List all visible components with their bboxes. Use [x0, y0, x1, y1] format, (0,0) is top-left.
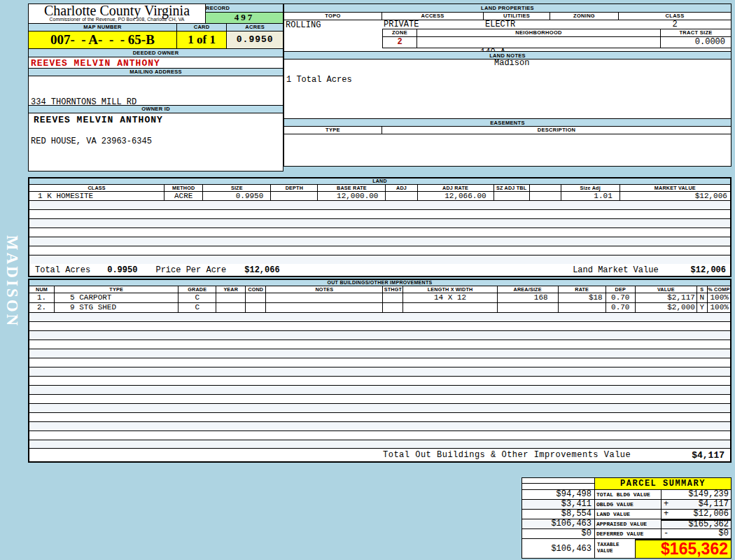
- zone-value: 2: [382, 37, 417, 48]
- col-type: TYPE: [54, 286, 178, 293]
- ob-area: 168: [497, 293, 558, 302]
- ob-sthgt: [382, 303, 402, 312]
- ob-notes: [265, 293, 382, 302]
- taxable-label: TAXABLE VALUE: [595, 539, 636, 558]
- class-value: 2: [619, 20, 731, 29]
- mailing-address-label: MAILING ADDRESS: [29, 68, 283, 76]
- card-label: CARD: [177, 24, 227, 31]
- neighborhood-value: 140 A Madison: [417, 37, 661, 48]
- zone-value-row: 2 140 A Madison 0.0000: [382, 37, 731, 48]
- tract-size-label: TRACT SIZE: [661, 29, 731, 36]
- class-label: CLASS: [619, 13, 731, 20]
- access-utilities-row: PRIVATE ELECTR 2: [382, 20, 731, 29]
- taxable-value: $165,362: [636, 539, 731, 558]
- ob-lxw: [402, 303, 496, 312]
- col-s: S: [696, 286, 707, 293]
- col-lxw: LENGTH X WIDTH: [402, 286, 496, 293]
- land-notes-text: 1 Total Acres: [284, 59, 731, 118]
- easements-title: EASEMENTS: [284, 118, 731, 127]
- topo-value: ROLLING: [284, 20, 382, 48]
- land-table-title: LAND: [29, 178, 730, 185]
- col-class: CLASS: [29, 185, 164, 191]
- col-depth: DEPTH: [270, 185, 317, 191]
- land-class: 1 K HOMESITE: [29, 192, 164, 200]
- parcel-summary-title: PARCEL SUMMARY: [595, 478, 731, 489]
- easements-headers: TYPE DESCRIPTION: [284, 127, 731, 134]
- land-table: LAND CLASS METHOD SIZE DEPTH BASE RATE A…: [28, 177, 732, 277]
- ob-type: 5 CARPORT: [54, 293, 178, 302]
- col-dep: DEP: [606, 286, 635, 293]
- col-blank: [529, 185, 561, 191]
- prior-value: $3,411: [522, 500, 595, 509]
- ob-grade: C: [178, 293, 216, 302]
- prior-value: $8,554: [522, 510, 595, 519]
- record-value: 497: [206, 13, 283, 23]
- summary-row-total-bldg: $94,498 TOTAL BLDG VALUE $149,239: [522, 490, 731, 500]
- ob-rate: $18: [558, 293, 606, 302]
- land-properties-title: LAND PROPERTIES: [284, 4, 731, 13]
- taxable-prior-value: $106,463: [522, 539, 595, 558]
- easement-type-label: TYPE: [284, 127, 382, 134]
- ob-notes: [265, 303, 382, 312]
- land-size: 0.9950: [202, 192, 270, 200]
- card-value: 1 of 1: [177, 31, 227, 48]
- land-size-adj: 1.01: [561, 192, 620, 200]
- owner-id-value: REEVES MELVIN ANTHONY: [29, 113, 283, 124]
- outbuilding-row: 2. 9 STG SHED C 0.70 $2,000 Y 100%: [29, 303, 730, 313]
- row-label: OBLDG VALUE: [595, 500, 662, 509]
- parcel-id-values: 007- - A- - - 65-B 1 of 1 0.9950: [29, 31, 283, 48]
- outbuildings-header-row: NUM TYPE GRADE YEAR COND NOTES STHGT LEN…: [29, 286, 730, 293]
- map-number-label: MAP NUMBER: [29, 24, 177, 31]
- county-title-box: Charlotte County Virginia Commissioner o…: [29, 4, 206, 23]
- record-box: RECORD 497: [206, 4, 283, 23]
- ob-pct: 100%: [707, 293, 730, 302]
- land-method: ACRE: [164, 192, 202, 200]
- col-grade: GRADE: [178, 286, 216, 293]
- access-value: PRIVATE: [382, 20, 484, 29]
- col-adj: ADJ: [385, 185, 416, 191]
- county-subtitle: Commissioner of the Revenue, PO Box 308,…: [29, 17, 205, 22]
- map-number-value: 007- - A- - - 65-B: [29, 31, 177, 48]
- land-market-value-label: Land Market Value: [573, 265, 658, 275]
- land-market-value-total: $12,006: [691, 265, 726, 275]
- utilities-label: UTILITIES: [484, 13, 550, 20]
- col-cond: COND: [245, 286, 265, 293]
- col-size: SIZE: [202, 185, 270, 191]
- parcel-summary-blank-cell: [522, 478, 595, 489]
- owner-card: Charlotte County Virginia Commissioner o…: [28, 4, 284, 172]
- zoning-value: [550, 20, 619, 29]
- owner-card-top: Charlotte County Virginia Commissioner o…: [29, 4, 283, 23]
- land-depth: [270, 192, 317, 200]
- col-num: NUM: [29, 286, 54, 293]
- prior-value: $94,498: [522, 490, 595, 499]
- access-label: ACCESS: [382, 13, 484, 20]
- prior-value: $0: [522, 529, 595, 538]
- outbuildings-empty-rows: [29, 313, 730, 448]
- col-adj-rate: ADJ RATE: [417, 185, 493, 191]
- col-size-adj: Size Adj: [561, 185, 620, 191]
- row-label: LAND VALUE: [595, 510, 662, 519]
- ob-year: [216, 303, 245, 312]
- parcel-summary: PARCEL SUMMARY $94,498 TOTAL BLDG VALUE …: [522, 477, 732, 559]
- ob-value: $2,117: [635, 293, 696, 302]
- row-label: TOTAL BLDG VALUE: [595, 490, 662, 499]
- outbuildings-total-label: Total Out Buildings & Other Improvements…: [383, 450, 631, 460]
- land-properties-values: ROLLING PRIVATE ELECTR 2 ZONE NEIGHBORHO…: [284, 20, 731, 48]
- land-sz-adj-tbl: [493, 192, 529, 200]
- col-year: YEAR: [216, 286, 245, 293]
- summary-row-obldg: $3,411 OBLDG VALUE +$4,117: [522, 500, 731, 510]
- row-label: DEFERRED VALUE: [595, 529, 662, 538]
- ob-rate: [558, 303, 606, 312]
- summary-row-appraised: $106,463 APPRAISED VALUE $165,362: [522, 519, 731, 529]
- land-properties-right: PRIVATE ELECTR 2 ZONE NEIGHBORHOOD TRACT…: [382, 20, 731, 48]
- col-sthgt: STHGT: [382, 286, 402, 293]
- col-method: METHOD: [164, 185, 202, 191]
- land-market-value: $12,006: [620, 192, 730, 200]
- deeded-owner-label: DEEDED OWNER: [29, 48, 283, 57]
- outbuildings-table: OUT BUILDINGS/OTHER IMPROVEMENTS NUM TYP…: [28, 279, 732, 463]
- ob-cond: [245, 293, 265, 302]
- outbuildings-total-value: $4,117: [692, 450, 724, 461]
- ob-area: [497, 303, 558, 312]
- land-blank: [529, 192, 561, 200]
- col-pct-comp: % COMP: [707, 286, 730, 293]
